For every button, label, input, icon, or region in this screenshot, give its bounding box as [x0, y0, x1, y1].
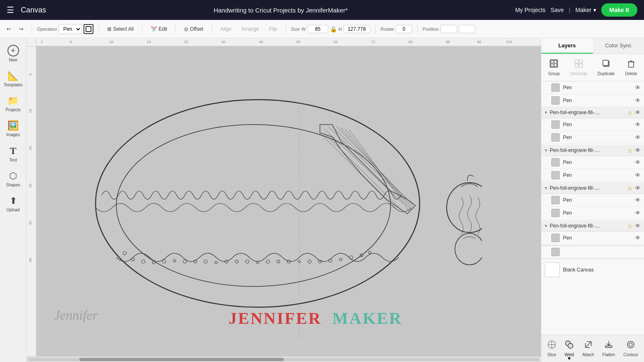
- canvas-area[interactable]: JENNIFER MAKER Jennifer: [37, 46, 541, 356]
- layer-swatch: [551, 133, 560, 142]
- svg-rect-57: [551, 61, 553, 63]
- align-button[interactable]: Align: [217, 24, 235, 34]
- nav-actions: My Projects Save | Maker ▾ Make It: [515, 3, 637, 17]
- lock-icon: 🔒: [330, 26, 337, 32]
- sidebar-item-projects[interactable]: 📁 Projects: [2, 92, 25, 115]
- svg-text:2: 2: [41, 40, 43, 44]
- layer-item[interactable]: Pen 👁: [541, 169, 644, 182]
- position-y-input[interactable]: [459, 25, 475, 33]
- save-link[interactable]: Save: [551, 7, 564, 13]
- toolbar: ↩ ↪ Operation Pen ⊞ Select All ✂️ Edit ◎…: [0, 20, 644, 38]
- layer-item[interactable]: Pen 👁: [541, 118, 644, 131]
- width-label: W: [301, 27, 305, 32]
- doc-title: Handwriting to Cricut Projects by Jennif…: [53, 7, 509, 14]
- menu-icon[interactable]: ☰: [7, 5, 14, 15]
- app-title: Canvas: [21, 6, 46, 15]
- sidebar-item-images[interactable]: 🖼️ Images: [2, 117, 25, 140]
- visibility-icon[interactable]: 👁: [635, 134, 641, 141]
- layer-swatch: [551, 96, 560, 105]
- width-input[interactable]: [307, 25, 328, 33]
- svg-text:8: 8: [28, 73, 32, 76]
- visibility-icon[interactable]: 👁: [635, 97, 641, 104]
- visibility-icon[interactable]: 👁: [635, 185, 641, 191]
- layer-item[interactable]: [541, 245, 644, 259]
- arrange-button[interactable]: Arrange: [238, 24, 263, 34]
- layer-swatch: [551, 234, 560, 242]
- scrollbar[interactable]: [27, 356, 541, 362]
- sidebar-item-upload[interactable]: ⬆ Upload: [2, 192, 25, 215]
- chevron-down-icon: ▾: [545, 185, 547, 191]
- attach-button[interactable]: Attach: [580, 338, 597, 359]
- scrollbar-thumb[interactable]: [79, 358, 284, 361]
- visibility-icon[interactable]: 👁: [635, 210, 641, 216]
- visibility-icon[interactable]: 👁: [635, 84, 641, 91]
- sidebar-item-text[interactable]: T Text: [2, 142, 25, 166]
- svg-text:Jennifer: Jennifer: [54, 308, 98, 323]
- visibility-icon[interactable]: 👁: [635, 121, 641, 128]
- layer-item[interactable]: Pen 👁: [541, 232, 644, 245]
- layer-name: Pen: [563, 235, 632, 241]
- visibility-icon[interactable]: 👁: [635, 223, 641, 229]
- duplicate-button[interactable]: Duplicate: [595, 57, 617, 78]
- sidebar-item-text-label: Text: [9, 158, 17, 162]
- height-input[interactable]: [344, 25, 370, 33]
- bottom-panel-actions: Slice Weld Attach Flatten: [541, 335, 644, 362]
- toolbar-sep-3: [142, 24, 143, 34]
- flatten-button[interactable]: Flatten: [600, 338, 618, 359]
- visibility-icon[interactable]: 👁: [635, 172, 641, 179]
- svg-text:8: 8: [70, 40, 72, 44]
- layer-group-header[interactable]: ▾ Pen-foil-engrave-fill-.... ⚠ 👁: [541, 220, 644, 232]
- layer-group-header[interactable]: ▾ Pen-foil-engrave-fill-.... ⚠ 👁: [541, 183, 644, 194]
- toolbar-sep-5: [211, 24, 212, 34]
- contour-button[interactable]: Contour: [621, 338, 641, 359]
- layer-group-header[interactable]: ▾ Pen-foil-engrave-fill-.... ⚠ 👁: [541, 145, 644, 156]
- rotate-input[interactable]: [396, 25, 412, 33]
- edit-button[interactable]: ✂️ Edit: [147, 24, 171, 34]
- svg-rect-66: [603, 60, 608, 66]
- arrange-label: Arrange: [241, 26, 259, 32]
- layer-item[interactable]: Pen 👁: [541, 156, 644, 169]
- tab-color-sync[interactable]: Color Sync: [593, 38, 644, 54]
- sidebar-item-shapes[interactable]: ⬡ Shapes: [2, 167, 25, 191]
- position-group: Position: [423, 25, 475, 33]
- group-label: Group: [548, 71, 560, 76]
- delete-button[interactable]: Delete: [623, 57, 640, 78]
- slice-button[interactable]: Slice: [545, 338, 559, 359]
- select-all-button[interactable]: ⊞ Select All: [104, 24, 137, 34]
- operation-select[interactable]: Pen: [59, 24, 82, 34]
- sidebar-item-new[interactable]: + New: [2, 42, 25, 66]
- group-button[interactable]: Group: [546, 57, 563, 78]
- maker-button[interactable]: Maker ▾: [575, 7, 596, 13]
- layer-swatch: [551, 171, 560, 179]
- svg-text:64: 64: [334, 40, 338, 44]
- redo-button[interactable]: ↪: [16, 24, 27, 34]
- ungroup-label: UnGroup: [570, 71, 587, 76]
- my-projects-link[interactable]: My Projects: [515, 7, 546, 13]
- layer-item[interactable]: Pen 👁: [541, 94, 644, 107]
- sidebar-item-templates[interactable]: 📐 Templates: [2, 67, 25, 90]
- svg-text:88: 88: [446, 40, 450, 44]
- sidebar-item-upload-label: Upload: [7, 208, 20, 212]
- visibility-icon[interactable]: 👁: [635, 147, 641, 154]
- position-x-input[interactable]: [440, 25, 457, 33]
- layer-name: Pen: [563, 197, 632, 203]
- toolbar-sep-4: [175, 24, 176, 34]
- layer-item[interactable]: Pen 👁: [541, 194, 644, 207]
- layer-swatch: [551, 209, 560, 217]
- visibility-icon[interactable]: 👁: [635, 109, 641, 116]
- layer-item[interactable]: Pen 👁: [541, 131, 644, 144]
- flip-button[interactable]: Flip: [266, 24, 280, 34]
- visibility-icon[interactable]: 👁: [635, 159, 641, 166]
- undo-button[interactable]: ↩: [3, 24, 14, 34]
- layer-item[interactable]: Pen 👁: [541, 207, 644, 220]
- make-it-button[interactable]: Make It: [601, 3, 637, 17]
- offset-button[interactable]: ◎ Offset: [181, 24, 206, 34]
- layer-item[interactable]: Pen 👁: [541, 81, 644, 94]
- tab-layers[interactable]: Layers: [541, 38, 593, 54]
- layer-group-header[interactable]: ▾ Pen-foil-engrave-fill-.... ⚠ 👁: [541, 107, 644, 118]
- chevron-down-icon: ▾: [545, 110, 547, 115]
- visibility-icon[interactable]: 👁: [635, 235, 641, 241]
- visibility-icon[interactable]: 👁: [635, 197, 641, 203]
- weld-button[interactable]: Weld: [562, 338, 577, 359]
- ungroup-button[interactable]: UnGroup: [568, 57, 590, 78]
